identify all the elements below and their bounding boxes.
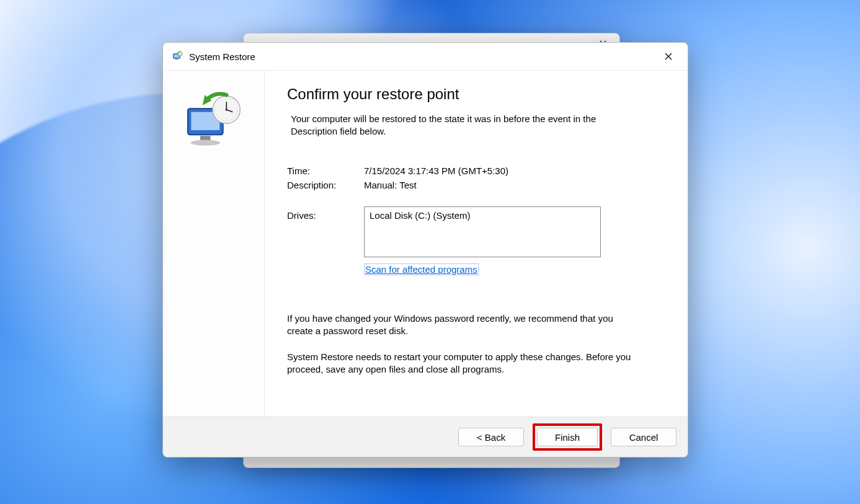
intro-text: Your computer will be restored to the st… [291,113,626,138]
wizard-footer: < Back Finish Cancel [163,417,688,457]
wizard-side-panel [163,71,265,417]
drives-item[interactable]: Local Disk (C:) (System) [370,210,471,221]
svg-rect-2 [175,58,179,60]
close-button[interactable] [654,46,683,66]
back-button[interactable]: < Back [458,428,524,446]
time-label: Time: [287,166,364,176]
svg-point-15 [225,108,228,111]
description-label: Description: [287,180,364,190]
system-restore-window: System Restore [162,42,688,458]
finish-button-highlight: Finish [533,423,602,451]
svg-rect-9 [200,136,211,140]
restore-graphic-icon [180,89,248,417]
password-note: If you have changed your Windows passwor… [287,312,634,338]
time-value: 7/15/2024 3:17:43 PM (GMT+5:30) [364,166,665,176]
titlebar[interactable]: System Restore [163,43,688,70]
window-title: System Restore [189,51,654,62]
restart-note: System Restore needs to restart your com… [287,351,634,376]
cancel-button[interactable]: Cancel [611,428,676,446]
drives-listbox[interactable]: Local Disk (C:) (System) [364,206,601,257]
finish-button[interactable]: Finish [537,428,598,446]
drives-label: Drives: [287,206,364,257]
svg-point-10 [190,140,220,146]
app-icon [172,51,183,62]
page-heading: Confirm your restore point [287,86,665,103]
description-value: Manual: Test [364,180,665,190]
wizard-content: Confirm your restore point Your computer… [265,71,688,417]
scan-affected-programs-link[interactable]: Scan for affected programs [364,263,479,275]
